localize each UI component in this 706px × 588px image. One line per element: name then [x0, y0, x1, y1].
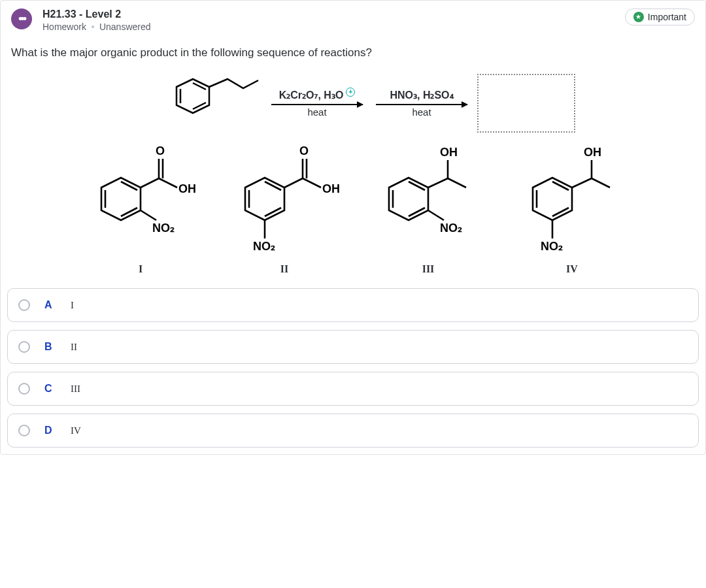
- answer-text: III: [71, 384, 80, 395]
- header-text: H21.33 - Level 2 Homework Unanswered: [42, 8, 625, 32]
- step1-reagents: K₂Cr₂O₇, H₃O +: [279, 89, 356, 101]
- svg-line-8: [141, 178, 159, 188]
- svg-line-12: [141, 210, 156, 220]
- question-subrow: Homework Unanswered: [42, 22, 625, 32]
- arrow-icon: [376, 104, 467, 105]
- status-label: Unanswered: [99, 22, 151, 32]
- question-header: ••• H21.33 - Level 2 Homework Unanswered…: [1, 1, 705, 37]
- important-label: Important: [648, 12, 686, 22]
- label-NO2: NO₂: [152, 221, 175, 235]
- svg-line-16: [265, 208, 281, 216]
- step1-conditions: heat: [307, 106, 326, 118]
- svg-marker-13: [245, 178, 284, 220]
- structure-option-1: O OH NO₂ I: [75, 135, 206, 275]
- label-NO2: NO₂: [541, 240, 563, 253]
- svg-marker-4: [101, 178, 141, 220]
- answer-letter: D: [44, 425, 56, 436]
- svg-line-15: [265, 182, 281, 190]
- svg-line-32: [552, 182, 569, 190]
- structure-options: O OH NO₂ I: [75, 135, 637, 275]
- svg-line-28: [448, 178, 466, 188]
- svg-line-29: [428, 210, 444, 220]
- figure-area: K₂Cr₂O₇, H₃O + heat HNO₃, H₂SO₄ heat: [1, 70, 705, 283]
- label-OH: OH: [322, 182, 340, 195]
- answer-text: IV: [71, 425, 81, 436]
- svg-marker-22: [389, 178, 428, 220]
- structure-4-label: IV: [566, 263, 578, 275]
- avatar-icon: •••: [11, 8, 32, 29]
- label-O: O: [156, 144, 165, 157]
- answer-letter: A: [44, 299, 56, 311]
- svg-line-25: [409, 208, 425, 216]
- svg-line-17: [284, 178, 303, 188]
- question-text: What is the major organic product in the…: [1, 37, 705, 70]
- svg-line-20: [303, 178, 321, 188]
- structure-3-label: III: [422, 263, 435, 275]
- arrow-icon: [271, 104, 363, 105]
- radio-icon[interactable]: [18, 383, 30, 395]
- important-badge[interactable]: Important: [625, 8, 695, 25]
- svg-line-7: [121, 208, 137, 216]
- svg-line-26: [428, 178, 448, 188]
- answer-text: II: [71, 342, 77, 353]
- svg-line-11: [159, 178, 177, 188]
- plus-superscript-icon: +: [346, 88, 355, 97]
- svg-marker-0: [176, 79, 209, 113]
- reaction-step-1: K₂Cr₂O₇, H₃O + heat: [268, 89, 366, 118]
- reaction-scheme: K₂Cr₂O₇, H₃O + heat HNO₃, H₂SO₄ heat: [157, 74, 575, 133]
- step2-conditions: heat: [412, 106, 431, 118]
- structure-2-label: II: [280, 263, 288, 275]
- structure-1-label: I: [139, 263, 143, 275]
- radio-icon[interactable]: [18, 425, 30, 436]
- radio-icon[interactable]: [18, 299, 30, 311]
- separator-dot-icon: [92, 25, 94, 28]
- radio-icon[interactable]: [18, 341, 30, 353]
- step2-reagents: HNO₃, H₂SO₄: [390, 89, 453, 101]
- answer-letter: C: [44, 383, 56, 395]
- answer-option-a[interactable]: A I: [7, 288, 699, 322]
- structure-4-svg: OH NO₂: [507, 135, 637, 259]
- reaction-step-2: HNO₃, H₂SO₄ heat: [373, 89, 471, 118]
- question-card: ••• H21.33 - Level 2 Homework Unanswered…: [0, 0, 706, 455]
- answer-option-c[interactable]: C III: [7, 372, 699, 406]
- structure-2-svg: O OH NO₂: [219, 135, 350, 259]
- svg-line-34: [572, 178, 592, 188]
- structure-start: [157, 74, 261, 133]
- label-OH: OH: [178, 182, 196, 195]
- question-title: H21.33 - Level 2: [42, 8, 625, 20]
- answer-list: A I B II C III D IV: [1, 283, 705, 448]
- structure-option-4: OH NO₂ IV: [507, 135, 637, 275]
- answer-letter: B: [44, 341, 56, 353]
- label-OH: OH: [584, 146, 601, 159]
- category-label: Homework: [42, 22, 86, 32]
- structure-option-2: O OH NO₂ II: [219, 135, 350, 275]
- svg-marker-30: [533, 178, 572, 220]
- answer-text: I: [71, 300, 74, 311]
- svg-line-6: [121, 182, 137, 190]
- answer-option-b[interactable]: B II: [7, 330, 699, 364]
- step1-top-text: K₂Cr₂O₇, H₃O: [279, 89, 344, 101]
- svg-line-36: [592, 178, 610, 188]
- label-OH: OH: [440, 146, 458, 159]
- label-O: O: [299, 144, 309, 157]
- product-placeholder-box: [477, 74, 575, 133]
- structure-1-svg: O OH NO₂: [75, 135, 206, 259]
- answer-option-d[interactable]: D IV: [7, 414, 699, 448]
- svg-line-24: [409, 182, 425, 190]
- star-icon: [633, 12, 644, 22]
- label-NO2: NO₂: [253, 240, 275, 253]
- label-NO2: NO₂: [440, 221, 462, 235]
- structure-option-3: OH NO₂ III: [363, 135, 494, 275]
- structure-3-svg: OH NO₂: [363, 135, 494, 259]
- svg-line-33: [552, 208, 569, 216]
